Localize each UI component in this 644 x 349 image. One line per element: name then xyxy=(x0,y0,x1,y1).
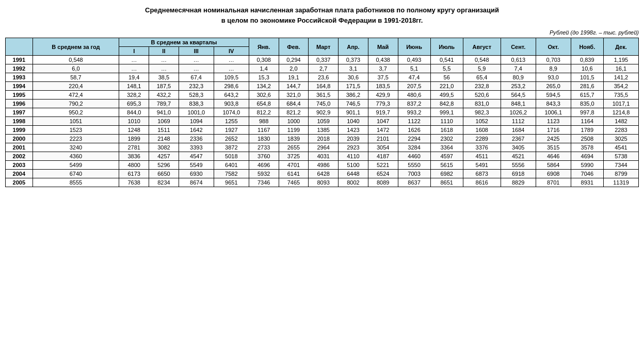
data-cell: 9651 xyxy=(214,178,249,187)
data-cell: 3393 xyxy=(179,143,214,152)
data-cell: 941,0 xyxy=(149,108,179,117)
data-cell: … xyxy=(119,64,149,73)
data-cell: 1167 xyxy=(249,126,279,135)
data-cell: … xyxy=(179,56,214,64)
data-cell: 2964 xyxy=(309,143,339,152)
data-cell: 0,548 xyxy=(33,56,119,64)
data-cell: 6448 xyxy=(339,170,368,178)
header-aug: Август xyxy=(463,38,501,56)
data-cell: 564,5 xyxy=(501,91,536,99)
data-cell: 684,4 xyxy=(279,99,309,108)
data-cell: 1927 xyxy=(214,126,249,135)
data-cell: 789,7 xyxy=(149,99,179,108)
data-cell: 0,294 xyxy=(279,56,309,64)
data-cell: 5100 xyxy=(339,161,368,170)
data-cell: 842,8 xyxy=(430,99,463,108)
data-cell: 93,0 xyxy=(536,73,571,82)
data-cell: 1248 xyxy=(119,126,149,135)
header-year xyxy=(6,38,33,56)
data-cell: 4031 xyxy=(309,152,339,161)
data-cell: 4696 xyxy=(249,161,279,170)
data-cell: 2781 xyxy=(119,143,149,152)
data-cell: 6908 xyxy=(536,170,571,178)
header-dec: Дек. xyxy=(603,38,638,56)
data-cell: 1839 xyxy=(279,135,309,143)
data-cell: 6,0 xyxy=(33,64,119,73)
data-cell: 901,1 xyxy=(339,108,368,117)
data-cell: 144,7 xyxy=(279,82,309,91)
data-cell: 80,9 xyxy=(501,73,536,82)
data-cell: 1074,0 xyxy=(214,108,249,117)
data-cell: 4646 xyxy=(536,152,571,161)
data-cell: 837,2 xyxy=(398,99,430,108)
data-cell: 6650 xyxy=(149,170,179,178)
data-cell: 8829 xyxy=(501,178,536,187)
data-cell: 56 xyxy=(430,73,463,82)
subtitle-note: Рублей (до 1998г. – тыс. рублей) xyxy=(5,29,639,36)
data-table: В среднем за год В среднем за кварталы Я… xyxy=(5,38,639,187)
data-cell: 903,8 xyxy=(214,99,249,108)
header-oct: Окт. xyxy=(536,38,571,56)
data-cell: 695,3 xyxy=(119,99,149,108)
data-cell: 281,6 xyxy=(571,82,603,91)
data-cell: 1642 xyxy=(179,126,214,135)
data-cell: 1214,8 xyxy=(603,108,638,117)
data-cell: 0,308 xyxy=(249,56,279,64)
data-cell: 7465 xyxy=(279,178,309,187)
data-cell: 779,3 xyxy=(368,99,398,108)
header-q2: II xyxy=(149,47,179,56)
data-cell: 58,7 xyxy=(33,73,119,82)
data-cell: 164,8 xyxy=(309,82,339,91)
header-q3: III xyxy=(179,47,214,56)
data-cell: 4547 xyxy=(179,152,214,161)
data-cell: 171,5 xyxy=(339,82,368,91)
data-cell: 999,1 xyxy=(430,108,463,117)
data-cell: 988 xyxy=(249,117,279,126)
data-cell: 3725 xyxy=(279,152,309,161)
year-cell: 2000 xyxy=(6,135,33,143)
year-cell: 1994 xyxy=(6,82,33,91)
data-cell: 654,8 xyxy=(249,99,279,108)
data-cell: 746,5 xyxy=(339,99,368,108)
data-cell: 361,5 xyxy=(309,91,339,99)
data-cell: 5615 xyxy=(430,161,463,170)
data-cell: 499,5 xyxy=(430,91,463,99)
data-cell: 2508 xyxy=(571,135,603,143)
header-feb: Фев. xyxy=(279,38,309,56)
data-cell: 2223 xyxy=(33,135,119,143)
data-cell: 148,1 xyxy=(119,82,149,91)
data-cell: 5,9 xyxy=(463,64,501,73)
data-cell: 15,3 xyxy=(249,73,279,82)
data-cell: 0,839 xyxy=(571,56,603,64)
year-cell: 2001 xyxy=(6,143,33,152)
data-cell: 480,6 xyxy=(398,91,430,99)
data-cell: 1094 xyxy=(179,117,214,126)
data-cell: 0,703 xyxy=(536,56,571,64)
data-cell: 843,3 xyxy=(536,99,571,108)
year-cell: 2003 xyxy=(6,161,33,170)
year-cell: 2002 xyxy=(6,152,33,161)
data-cell: 4800 xyxy=(119,161,149,170)
data-cell: 1051 xyxy=(33,117,119,126)
header-jun: Июнь xyxy=(398,38,430,56)
data-cell: 6930 xyxy=(179,170,214,178)
data-cell: 8637 xyxy=(398,178,430,187)
data-cell: 993,2 xyxy=(398,108,430,117)
data-cell: 1059 xyxy=(309,117,339,126)
data-cell: 8674 xyxy=(179,178,214,187)
data-cell: 1830 xyxy=(249,135,279,143)
data-cell: 1040 xyxy=(339,117,368,126)
data-cell: 11319 xyxy=(603,178,638,187)
data-cell: 1122 xyxy=(398,117,430,126)
data-cell: 1,4 xyxy=(249,64,279,73)
data-cell: 2289 xyxy=(463,135,501,143)
data-cell: 7046 xyxy=(571,170,603,178)
data-cell: 835,0 xyxy=(571,99,603,108)
data-cell: 207,5 xyxy=(398,82,430,91)
data-cell: 4694 xyxy=(571,152,603,161)
data-cell: 432,2 xyxy=(149,91,179,99)
year-cell: 1999 xyxy=(6,126,33,135)
data-cell: 919,7 xyxy=(368,108,398,117)
data-cell: 4360 xyxy=(33,152,119,161)
data-cell: 472,4 xyxy=(33,91,119,99)
